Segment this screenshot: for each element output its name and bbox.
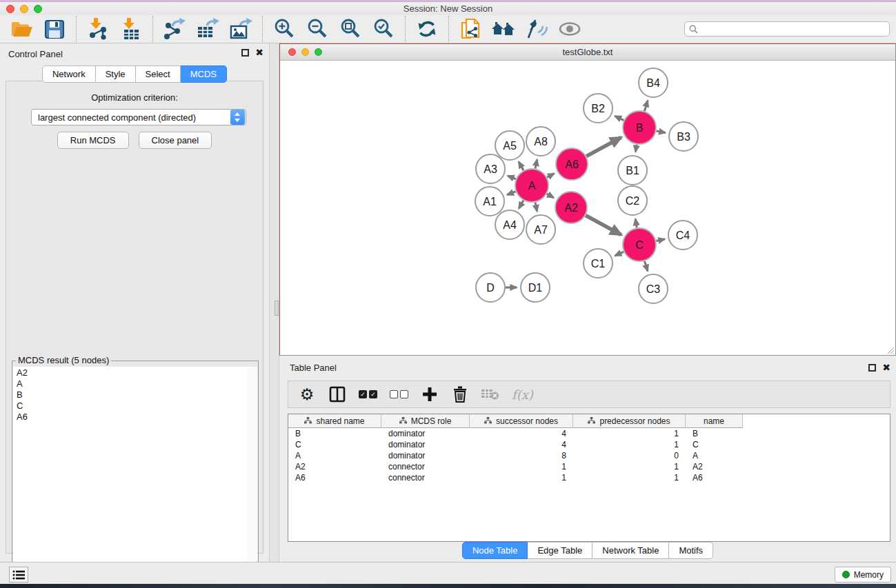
column-header-shared-name[interactable]: shared name — [288, 414, 381, 428]
table-cell[interactable]: 1 — [470, 461, 573, 472]
table-cell[interactable]: dominator — [381, 439, 470, 450]
table-row[interactable]: A6connector11A6 — [288, 472, 743, 483]
task-history-button[interactable] — [9, 567, 28, 582]
float-table-panel-icon[interactable] — [868, 364, 876, 372]
table-row[interactable]: Bdominator41B — [288, 428, 743, 439]
import-table-button[interactable] — [119, 17, 143, 41]
save-session-button[interactable] — [42, 17, 67, 41]
table-cell[interactable]: 1 — [573, 461, 686, 472]
column-header-name[interactable]: name — [686, 414, 743, 428]
zoom-out-button[interactable] — [305, 17, 330, 41]
graph-edge-A-A7[interactable] — [535, 202, 537, 211]
mcds-result-item[interactable]: C — [13, 400, 248, 411]
mcds-result-item[interactable]: A6 — [13, 411, 248, 422]
flag-button[interactable] — [524, 17, 549, 41]
graph-edge-B-B1[interactable] — [635, 145, 637, 152]
close-panel-icon[interactable]: ✖ — [255, 49, 263, 57]
table-cell[interactable]: A6 — [288, 472, 381, 483]
column-header-successor-nodes[interactable]: successor nodes — [470, 414, 573, 428]
table-row[interactable]: Adominator80A — [288, 450, 743, 461]
graph-edge-A-A6[interactable] — [547, 174, 554, 178]
close-table-panel-icon[interactable]: ✖ — [882, 364, 890, 372]
refresh-button[interactable] — [415, 17, 439, 41]
table-cell[interactable]: A2 — [288, 461, 381, 472]
table-cell[interactable]: dominator — [381, 450, 470, 461]
column-selector-button[interactable] — [328, 384, 346, 405]
mcds-result-item[interactable]: A — [13, 378, 248, 389]
graph-edge-A6-B[interactable] — [586, 137, 621, 156]
column-header-predecessor-nodes[interactable]: predecessor nodes — [573, 414, 686, 428]
table-cell[interactable]: 4 — [470, 439, 573, 450]
divider-handle[interactable] — [275, 301, 279, 316]
network-window-titlebar[interactable]: testGlobe.txt — [280, 44, 895, 61]
tab-mcds[interactable]: MCDS — [181, 65, 227, 83]
table-cell[interactable]: B — [288, 428, 381, 439]
add-column-button[interactable] — [421, 384, 439, 405]
graph-edge-A2-C[interactable] — [586, 215, 621, 234]
graph-edge-B-B3[interactable] — [656, 131, 665, 133]
graph-edge-A-A2[interactable] — [547, 194, 554, 198]
tab-style[interactable]: Style — [96, 65, 136, 83]
table-cell[interactable]: A6 — [686, 472, 743, 483]
table-cell[interactable]: 1 — [573, 428, 686, 439]
table-cell[interactable]: 1 — [470, 472, 573, 483]
table-cell[interactable]: 0 — [573, 450, 686, 461]
mcds-result-item[interactable]: A2 — [13, 367, 248, 378]
table-cell[interactable]: dominator — [381, 428, 470, 439]
mcds-result-item[interactable]: B — [13, 389, 248, 400]
table-settings-button[interactable]: ⚙ — [298, 384, 316, 405]
select-all-button[interactable]: ✓✓ — [359, 384, 377, 405]
graph-edge-C-C3[interactable] — [644, 261, 647, 271]
export-table-button[interactable] — [195, 17, 220, 41]
function-builder-button[interactable]: f(x) — [512, 384, 533, 405]
resize-grip-icon[interactable] — [886, 345, 894, 354]
home-button[interactable] — [491, 17, 516, 41]
optimization-criterion-select[interactable]: largest connected component (directed) — [31, 109, 246, 125]
table-cell[interactable]: C — [686, 439, 743, 450]
graph-edge-C-C4[interactable] — [656, 239, 664, 241]
table-row[interactable]: A2connector11A2 — [288, 461, 743, 472]
delete-button[interactable] — [451, 384, 469, 405]
table-cell[interactable]: 4 — [470, 428, 573, 439]
table-cell[interactable]: connector — [381, 472, 470, 483]
table-cell[interactable]: 1 — [573, 472, 686, 483]
tab-edge-table[interactable]: Edge Table — [528, 542, 593, 559]
zoom-selected-button[interactable] — [371, 17, 396, 41]
memory-button[interactable]: Memory — [835, 567, 891, 582]
table-cell[interactable]: A2 — [686, 461, 743, 472]
delete-table-button[interactable] — [481, 384, 499, 405]
run-mcds-button[interactable]: Run MCDS — [57, 132, 129, 149]
clone-network-button[interactable] — [458, 17, 483, 41]
tab-network[interactable]: Network — [42, 65, 96, 83]
table-cell[interactable]: B — [686, 428, 743, 439]
graph-edge-A-A3[interactable] — [508, 176, 516, 179]
network-canvas[interactable]: B4B2BB3A8A5A6B1A3AC2A1A2A4A7C4CC1C3DD1 — [280, 61, 895, 355]
table-row[interactable]: Cdominator41C — [288, 439, 743, 450]
close-panel-button[interactable]: Close panel — [139, 132, 212, 149]
export-image-button[interactable] — [228, 17, 253, 41]
table-cell[interactable]: 8 — [470, 450, 573, 461]
table-cell[interactable]: connector — [381, 461, 470, 472]
graph-edge-A-A5[interactable] — [519, 162, 524, 170]
zoom-fit-button[interactable] — [338, 17, 363, 41]
graph-edge-C-C2[interactable] — [635, 219, 637, 228]
table-cell[interactable]: C — [288, 439, 381, 450]
import-network-button[interactable] — [86, 17, 110, 41]
graph-edge-B-B2[interactable] — [615, 116, 624, 120]
deselect-all-button[interactable] — [390, 384, 408, 405]
select-stepper-icon[interactable] — [230, 110, 245, 125]
graph-edge-B-B4[interactable] — [644, 101, 648, 111]
graph-edge-C-C1[interactable] — [615, 252, 624, 256]
float-panel-icon[interactable] — [241, 49, 249, 57]
tab-motifs[interactable]: Motifs — [669, 542, 713, 559]
mcds-result-scrollbar[interactable] — [248, 367, 257, 588]
tab-select[interactable]: Select — [136, 65, 181, 83]
graph-edge-A-A8[interactable] — [535, 159, 537, 168]
table-cell[interactable]: A — [288, 450, 381, 461]
tab-network-table[interactable]: Network Table — [593, 542, 669, 559]
show-hide-button[interactable] — [557, 17, 582, 41]
table-cell[interactable]: 1 — [573, 439, 686, 450]
search-field[interactable] — [684, 21, 890, 37]
table-cell[interactable]: A — [686, 450, 743, 461]
column-header-MCDS-role[interactable]: MCDS role — [381, 414, 470, 428]
